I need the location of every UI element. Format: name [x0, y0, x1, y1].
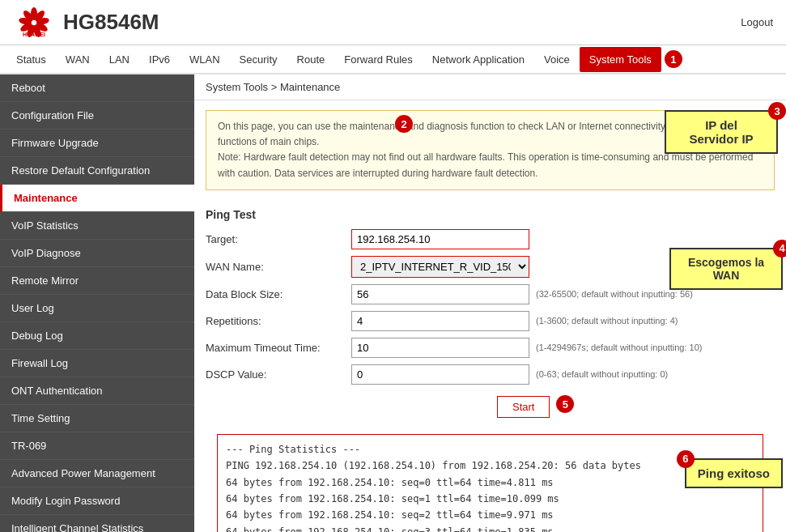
callout-2-badge: 2 — [395, 115, 413, 133]
dscp-label: DSCP Value: — [206, 368, 351, 381]
sidebar-item-firewall-log[interactable]: Firewall Log — [0, 350, 194, 377]
sidebar-item-modify-login[interactable]: Modify Login Password — [0, 487, 194, 515]
repetitions-input[interactable] — [351, 311, 529, 331]
dscp-input[interactable] — [351, 364, 529, 385]
repetitions-label: Repetitions: — [206, 315, 351, 327]
callout-1-badge: 1 — [665, 50, 682, 68]
logo-area: HUAWEI HG8546M — [13, 6, 159, 40]
nav-system-tools[interactable]: System Tools — [580, 47, 661, 72]
sidebar-item-power-mgmt[interactable]: Advanced Power Management — [0, 460, 194, 487]
nav-forward-rules[interactable]: Forward Rules — [334, 47, 423, 72]
data-block-input[interactable] — [351, 284, 529, 304]
dscp-row: DSCP Value: (0-63; default without input… — [206, 364, 775, 385]
svg-text:HUAWEI: HUAWEI — [23, 32, 45, 37]
ping-test-title: Ping Test — [206, 208, 775, 221]
start-row: Start 5 — [206, 391, 775, 418]
wan-name-row: WAN Name: 2_IPTV_INTERNET_R_VID_1504 1_T… — [206, 256, 775, 278]
target-label: Target: — [206, 233, 351, 245]
data-block-row: Data Block Size: (32-65500; default with… — [206, 284, 775, 304]
sidebar-item-reboot[interactable]: Reboot — [0, 74, 194, 102]
sidebar-item-remote-mirror[interactable]: Remote Mirror — [0, 267, 194, 295]
logout-button[interactable]: Logout — [741, 16, 773, 28]
timeout-hint: (1-4294967s; default without inputting: … — [536, 343, 702, 352]
header: HUAWEI HG8546M Logout — [0, 0, 786, 45]
huawei-logo-icon: HUAWEI — [13, 6, 55, 40]
callout-5-badge: 5 — [556, 395, 574, 413]
nav-network-app[interactable]: Network Application — [423, 47, 534, 72]
sidebar: Reboot Configuration File Firmware Upgra… — [0, 74, 194, 532]
info-box: On this page, you can use the maintenanc… — [206, 110, 775, 190]
ping-result-box: --- Ping Statistics --- PING 192.168.254… — [217, 434, 763, 532]
sidebar-item-time-setting[interactable]: Time Setting — [0, 405, 194, 432]
data-block-hint: (32-65500; default without inputting: 56… — [536, 289, 693, 299]
info-text: On this page, you can use the maintenanc… — [218, 121, 753, 179]
nav-wan[interactable]: WAN — [56, 47, 100, 72]
target-input[interactable] — [351, 229, 529, 249]
nav-status[interactable]: Status — [6, 47, 56, 72]
nav-route[interactable]: Route — [287, 47, 335, 72]
content-area: System Tools > Maintenance 2 On this pag… — [194, 74, 786, 532]
sidebar-item-config-file[interactable]: Configuration File — [0, 102, 194, 130]
target-row: Target: — [206, 229, 775, 249]
sidebar-item-maintenance[interactable]: Maintenance — [0, 185, 194, 212]
timeout-row: Maximum Timeout Time: (1-4294967s; defau… — [206, 338, 775, 358]
sidebar-item-channel-stats[interactable]: Intelligent Channel Statistics — [0, 515, 194, 532]
timeout-input[interactable] — [351, 338, 529, 358]
timeout-label: Maximum Timeout Time: — [206, 342, 351, 354]
repetitions-hint: (1-3600; default without inputting: 4) — [536, 316, 678, 326]
nav-lan[interactable]: LAN — [100, 47, 139, 72]
repetitions-row: Repetitions: (1-3600; default without in… — [206, 311, 775, 331]
sidebar-item-firmware[interactable]: Firmware Upgrade — [0, 130, 194, 157]
sidebar-item-ont-auth[interactable]: ONT Authentication — [0, 377, 194, 405]
nav-voice[interactable]: Voice — [534, 47, 580, 72]
ping-result-container: --- Ping Statistics --- PING 192.168.254… — [206, 434, 775, 532]
sidebar-item-restore[interactable]: Restore Default Configuration — [0, 157, 194, 185]
main-layout: Reboot Configuration File Firmware Upgra… — [0, 74, 786, 532]
sidebar-item-voip-diag[interactable]: VoIP Diagnose — [0, 240, 194, 267]
sidebar-item-user-log[interactable]: User Log — [0, 295, 194, 322]
nav-wlan[interactable]: WLAN — [180, 47, 230, 72]
wan-name-select[interactable]: 2_IPTV_INTERNET_R_VID_1504 1_TR069_INTER… — [351, 256, 529, 278]
breadcrumb: System Tools > Maintenance — [194, 74, 786, 100]
sidebar-item-debug-log[interactable]: Debug Log — [0, 322, 194, 350]
sidebar-item-tr069[interactable]: TR-069 — [0, 432, 194, 460]
wan-name-label: WAN Name: — [206, 261, 351, 273]
sidebar-item-voip-stats[interactable]: VoIP Statistics — [0, 212, 194, 240]
nav-ipv6[interactable]: IPv6 — [139, 47, 180, 72]
start-button[interactable]: Start — [497, 396, 550, 418]
callout-4-badge: 4 — [773, 240, 786, 257]
ping-test-section: Ping Test Target: WAN Name: 2_IPTV_INTER… — [194, 200, 786, 426]
data-block-label: Data Block Size: — [206, 288, 351, 300]
nav-security[interactable]: Security — [230, 47, 287, 72]
app-title: HG8546M — [63, 10, 159, 35]
nav-bar: Status WAN LAN IPv6 WLAN Security Route … — [0, 45, 786, 74]
dscp-hint: (0-63; default without inputting: 0) — [536, 369, 668, 379]
